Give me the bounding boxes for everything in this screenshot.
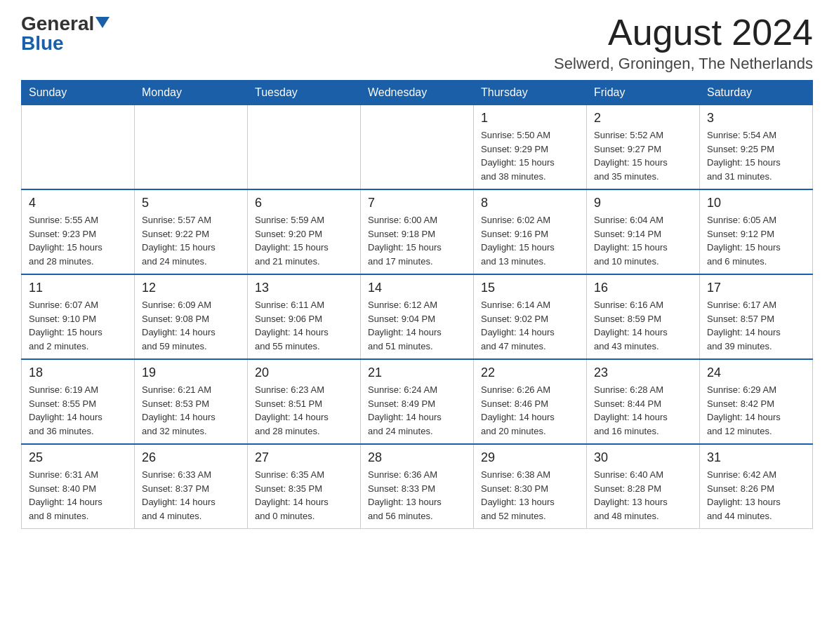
weekday-header-thursday: Thursday (474, 81, 587, 105)
day-number: 25 (29, 450, 127, 465)
weekday-header-monday: Monday (135, 81, 248, 105)
day-info: Sunrise: 5:52 AM Sunset: 9:27 PM Dayligh… (594, 128, 692, 183)
calendar-cell: 6Sunrise: 5:59 AM Sunset: 9:20 PM Daylig… (248, 189, 361, 274)
day-info: Sunrise: 6:16 AM Sunset: 8:59 PM Dayligh… (594, 298, 692, 353)
calendar-cell: 9Sunrise: 6:04 AM Sunset: 9:14 PM Daylig… (587, 189, 700, 274)
logo-triangle-icon (95, 17, 110, 28)
day-number: 29 (481, 450, 579, 465)
day-info: Sunrise: 6:21 AM Sunset: 8:53 PM Dayligh… (142, 383, 240, 438)
calendar-cell: 11Sunrise: 6:07 AM Sunset: 9:10 PM Dayli… (22, 274, 135, 359)
day-number: 23 (594, 365, 692, 380)
calendar-cell: 19Sunrise: 6:21 AM Sunset: 8:53 PM Dayli… (135, 359, 248, 444)
calendar-cell: 20Sunrise: 6:23 AM Sunset: 8:51 PM Dayli… (248, 359, 361, 444)
day-info: Sunrise: 5:59 AM Sunset: 9:20 PM Dayligh… (255, 213, 353, 268)
calendar-week-row-5: 25Sunrise: 6:31 AM Sunset: 8:40 PM Dayli… (22, 444, 813, 529)
calendar-cell: 1Sunrise: 5:50 AM Sunset: 9:29 PM Daylig… (474, 105, 587, 190)
weekday-header-sunday: Sunday (22, 81, 135, 105)
day-number: 16 (594, 281, 692, 295)
day-number: 21 (368, 365, 466, 380)
day-number: 31 (707, 450, 805, 465)
day-number: 30 (594, 450, 692, 465)
day-info: Sunrise: 6:00 AM Sunset: 9:18 PM Dayligh… (368, 213, 466, 268)
day-number: 19 (142, 365, 240, 380)
calendar-cell: 17Sunrise: 6:17 AM Sunset: 8:57 PM Dayli… (700, 274, 813, 359)
calendar-cell: 13Sunrise: 6:11 AM Sunset: 9:06 PM Dayli… (248, 274, 361, 359)
logo-general-text: General (21, 14, 94, 34)
calendar-cell: 28Sunrise: 6:36 AM Sunset: 8:33 PM Dayli… (361, 444, 474, 529)
calendar-cell (135, 105, 248, 190)
calendar-cell: 23Sunrise: 6:28 AM Sunset: 8:44 PM Dayli… (587, 359, 700, 444)
day-number: 28 (368, 450, 466, 465)
day-info: Sunrise: 5:50 AM Sunset: 9:29 PM Dayligh… (481, 128, 579, 183)
day-info: Sunrise: 6:07 AM Sunset: 9:10 PM Dayligh… (29, 298, 127, 353)
weekday-header-tuesday: Tuesday (248, 81, 361, 105)
calendar-cell: 27Sunrise: 6:35 AM Sunset: 8:35 PM Dayli… (248, 444, 361, 529)
day-info: Sunrise: 6:42 AM Sunset: 8:26 PM Dayligh… (707, 468, 805, 523)
calendar-cell: 15Sunrise: 6:14 AM Sunset: 9:02 PM Dayli… (474, 274, 587, 359)
day-info: Sunrise: 6:02 AM Sunset: 9:16 PM Dayligh… (481, 213, 579, 268)
calendar-week-row-1: 1Sunrise: 5:50 AM Sunset: 9:29 PM Daylig… (22, 105, 813, 190)
calendar-cell: 25Sunrise: 6:31 AM Sunset: 8:40 PM Dayli… (22, 444, 135, 529)
page-header: General Blue August 2024 Selwerd, Gronin… (21, 14, 813, 73)
day-number: 15 (481, 281, 579, 295)
day-number: 14 (368, 281, 466, 295)
day-info: Sunrise: 6:40 AM Sunset: 8:28 PM Dayligh… (594, 468, 692, 523)
day-number: 8 (481, 196, 579, 210)
calendar-cell: 5Sunrise: 5:57 AM Sunset: 9:22 PM Daylig… (135, 189, 248, 274)
calendar-cell: 22Sunrise: 6:26 AM Sunset: 8:46 PM Dayli… (474, 359, 587, 444)
calendar-cell: 7Sunrise: 6:00 AM Sunset: 9:18 PM Daylig… (361, 189, 474, 274)
day-number: 24 (707, 365, 805, 380)
calendar-cell: 16Sunrise: 6:16 AM Sunset: 8:59 PM Dayli… (587, 274, 700, 359)
day-number: 13 (255, 281, 353, 295)
day-info: Sunrise: 6:19 AM Sunset: 8:55 PM Dayligh… (29, 383, 127, 438)
calendar-week-row-4: 18Sunrise: 6:19 AM Sunset: 8:55 PM Dayli… (22, 359, 813, 444)
day-info: Sunrise: 6:09 AM Sunset: 9:08 PM Dayligh… (142, 298, 240, 353)
weekday-header-friday: Friday (587, 81, 700, 105)
calendar-cell (248, 105, 361, 190)
calendar-cell: 12Sunrise: 6:09 AM Sunset: 9:08 PM Dayli… (135, 274, 248, 359)
calendar-cell: 31Sunrise: 6:42 AM Sunset: 8:26 PM Dayli… (700, 444, 813, 529)
calendar-cell: 29Sunrise: 6:38 AM Sunset: 8:30 PM Dayli… (474, 444, 587, 529)
calendar-cell: 24Sunrise: 6:29 AM Sunset: 8:42 PM Dayli… (700, 359, 813, 444)
day-info: Sunrise: 6:26 AM Sunset: 8:46 PM Dayligh… (481, 383, 579, 438)
day-info: Sunrise: 6:17 AM Sunset: 8:57 PM Dayligh… (707, 298, 805, 353)
day-number: 1 (481, 111, 579, 126)
calendar-cell (361, 105, 474, 190)
calendar-cell: 10Sunrise: 6:05 AM Sunset: 9:12 PM Dayli… (700, 189, 813, 274)
day-info: Sunrise: 6:35 AM Sunset: 8:35 PM Dayligh… (255, 468, 353, 523)
day-info: Sunrise: 6:24 AM Sunset: 8:49 PM Dayligh… (368, 383, 466, 438)
calendar-cell (22, 105, 135, 190)
day-info: Sunrise: 6:28 AM Sunset: 8:44 PM Dayligh… (594, 383, 692, 438)
day-info: Sunrise: 6:31 AM Sunset: 8:40 PM Dayligh… (29, 468, 127, 523)
day-number: 10 (707, 196, 805, 210)
day-number: 11 (29, 281, 127, 295)
calendar-table: SundayMondayTuesdayWednesdayThursdayFrid… (21, 80, 813, 529)
month-title: August 2024 (554, 14, 813, 51)
day-info: Sunrise: 5:57 AM Sunset: 9:22 PM Dayligh… (142, 213, 240, 268)
day-number: 18 (29, 365, 127, 380)
day-number: 22 (481, 365, 579, 380)
day-number: 5 (142, 196, 240, 210)
day-number: 4 (29, 196, 127, 210)
day-info: Sunrise: 6:38 AM Sunset: 8:30 PM Dayligh… (481, 468, 579, 523)
day-info: Sunrise: 6:11 AM Sunset: 9:06 PM Dayligh… (255, 298, 353, 353)
calendar-cell: 3Sunrise: 5:54 AM Sunset: 9:25 PM Daylig… (700, 105, 813, 190)
day-number: 7 (368, 196, 466, 210)
calendar-cell: 30Sunrise: 6:40 AM Sunset: 8:28 PM Dayli… (587, 444, 700, 529)
day-info: Sunrise: 6:29 AM Sunset: 8:42 PM Dayligh… (707, 383, 805, 438)
weekday-header-saturday: Saturday (700, 81, 813, 105)
day-number: 3 (707, 111, 805, 126)
calendar-cell: 26Sunrise: 6:33 AM Sunset: 8:37 PM Dayli… (135, 444, 248, 529)
day-number: 9 (594, 196, 692, 210)
title-area: August 2024 Selwerd, Groningen, The Neth… (554, 14, 813, 73)
calendar-cell: 8Sunrise: 6:02 AM Sunset: 9:16 PM Daylig… (474, 189, 587, 274)
day-info: Sunrise: 5:55 AM Sunset: 9:23 PM Dayligh… (29, 213, 127, 268)
day-number: 17 (707, 281, 805, 295)
calendar-cell: 2Sunrise: 5:52 AM Sunset: 9:27 PM Daylig… (587, 105, 700, 190)
logo-blue-text: Blue (21, 34, 64, 53)
calendar-week-row-3: 11Sunrise: 6:07 AM Sunset: 9:10 PM Dayli… (22, 274, 813, 359)
day-number: 27 (255, 450, 353, 465)
day-number: 2 (594, 111, 692, 126)
day-info: Sunrise: 5:54 AM Sunset: 9:25 PM Dayligh… (707, 128, 805, 183)
day-info: Sunrise: 6:36 AM Sunset: 8:33 PM Dayligh… (368, 468, 466, 523)
